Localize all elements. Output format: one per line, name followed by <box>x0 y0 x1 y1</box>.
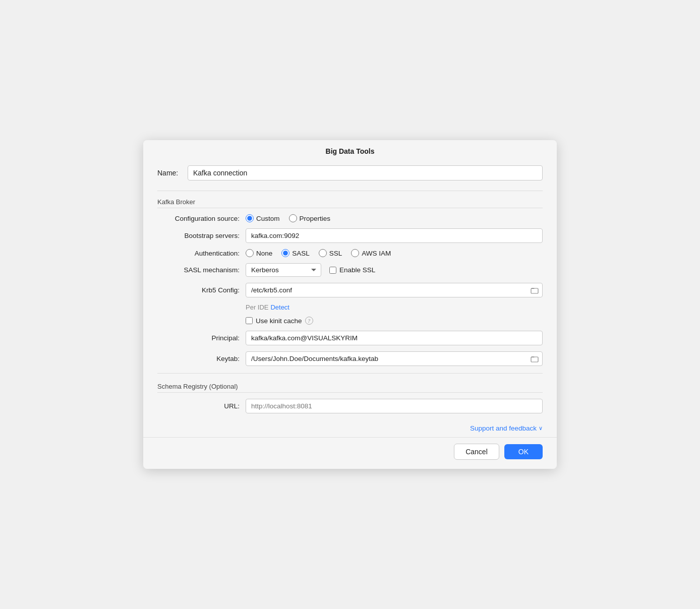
authentication-label: Authentication: <box>157 250 246 257</box>
radio-ssl[interactable]: SSL <box>319 249 342 257</box>
principal-row: Principal: <box>157 331 543 345</box>
radio-sasl-label: SASL <box>292 250 310 257</box>
authentication-row: Authentication: None SASL SSL <box>157 249 543 257</box>
radio-properties-input[interactable] <box>289 214 297 222</box>
detect-link[interactable]: Detect <box>270 303 289 312</box>
keytab-row: Keytab: <box>157 351 543 366</box>
keytab-input[interactable] <box>246 351 543 366</box>
radio-ssl-input[interactable] <box>319 249 327 257</box>
config-source-radio-group: Custom Properties <box>246 214 330 222</box>
krb5-folder-button[interactable] <box>531 286 539 294</box>
bootstrap-servers-row: Bootstrap servers: <box>157 228 543 243</box>
broker-divider <box>157 373 543 374</box>
principal-label: Principal: <box>157 334 246 342</box>
kinit-cache-checkbox[interactable] <box>246 317 253 324</box>
krb5-config-label: Krb5 Config: <box>157 286 246 294</box>
kinit-row: Use kinit cache ? <box>157 317 543 325</box>
kafka-broker-section: Kafka Broker Configuration source: Custo… <box>157 198 543 366</box>
sasl-mechanism-row: SASL mechanism: Kerberos PLAIN SCRAM-SHA… <box>157 263 543 277</box>
keytab-folder-button[interactable] <box>531 355 539 363</box>
support-feedback-label: Support and feedback <box>470 424 537 432</box>
dialog-footer: Cancel OK <box>143 437 557 469</box>
per-ide-row: Per IDE Detect <box>157 303 543 312</box>
bootstrap-servers-label: Bootstrap servers: <box>157 232 246 239</box>
radio-custom-input[interactable] <box>246 214 254 222</box>
chevron-down-icon: ∨ <box>539 425 543 432</box>
sasl-mechanism-select[interactable]: Kerberos PLAIN SCRAM-SHA-256 SCRAM-SHA-5… <box>246 263 321 277</box>
principal-input[interactable] <box>246 331 543 345</box>
support-row: Support and feedback ∨ <box>157 420 543 437</box>
schema-registry-header: Schema Registry (Optional) <box>157 383 543 393</box>
svg-rect-0 <box>531 288 538 293</box>
radio-none[interactable]: None <box>246 249 272 257</box>
kinit-cache-label[interactable]: Use kinit cache <box>246 317 302 325</box>
name-row: Name: <box>157 160 543 180</box>
radio-ssl-label: SSL <box>329 250 342 257</box>
url-row: URL: <box>157 399 543 413</box>
name-label: Name: <box>157 169 188 177</box>
ok-button[interactable]: OK <box>504 444 543 459</box>
kinit-cache-text: Use kinit cache <box>256 317 302 325</box>
krb5-config-input[interactable] <box>246 283 543 297</box>
radio-sasl-input[interactable] <box>281 249 289 257</box>
sasl-mechanism-label: SASL mechanism: <box>157 266 246 274</box>
sasl-controls: Kerberos PLAIN SCRAM-SHA-256 SCRAM-SHA-5… <box>246 263 375 277</box>
per-ide-text: Per IDE <box>246 303 269 312</box>
radio-custom[interactable]: Custom <box>246 214 280 222</box>
radio-properties-label: Properties <box>300 215 331 222</box>
radio-none-label: None <box>256 250 272 257</box>
keytab-input-wrapper <box>246 351 543 366</box>
enable-ssl-label: Enable SSL <box>339 266 375 274</box>
schema-registry-section: Schema Registry (Optional) URL: <box>157 383 543 413</box>
krb5-config-row: Krb5 Config: <box>157 283 543 297</box>
radio-none-input[interactable] <box>246 249 254 257</box>
enable-ssl-checkbox[interactable] <box>329 267 336 274</box>
cancel-button[interactable]: Cancel <box>454 444 499 460</box>
radio-aws-iam-input[interactable] <box>351 249 359 257</box>
keytab-label: Keytab: <box>157 355 246 362</box>
big-data-tools-dialog: Big Data Tools Name: Kafka Broker Config… <box>143 140 557 469</box>
enable-ssl-checkbox-label[interactable]: Enable SSL <box>329 266 375 274</box>
krb5-config-input-wrapper <box>246 283 543 297</box>
kinit-help-icon[interactable]: ? <box>305 317 313 325</box>
dialog-body: Name: Kafka Broker Configuration source:… <box>143 160 557 437</box>
authentication-radio-group: None SASL SSL AWS IAM <box>246 249 391 257</box>
bootstrap-servers-input[interactable] <box>246 228 543 243</box>
url-input[interactable] <box>246 399 543 413</box>
svg-rect-1 <box>531 357 538 362</box>
support-feedback-link[interactable]: Support and feedback ∨ <box>470 424 543 432</box>
name-input[interactable] <box>188 165 543 180</box>
config-source-row: Configuration source: Custom Properties <box>157 214 543 222</box>
radio-custom-label: Custom <box>256 215 280 222</box>
dialog-title: Big Data Tools <box>143 140 557 160</box>
config-source-label: Configuration source: <box>157 215 246 222</box>
url-label: URL: <box>157 402 246 410</box>
name-divider <box>157 191 543 191</box>
radio-sasl[interactable]: SASL <box>281 249 310 257</box>
radio-properties[interactable]: Properties <box>289 214 331 222</box>
radio-aws-iam-label: AWS IAM <box>362 250 391 257</box>
kafka-broker-header: Kafka Broker <box>157 198 543 208</box>
radio-aws-iam[interactable]: AWS IAM <box>351 249 391 257</box>
